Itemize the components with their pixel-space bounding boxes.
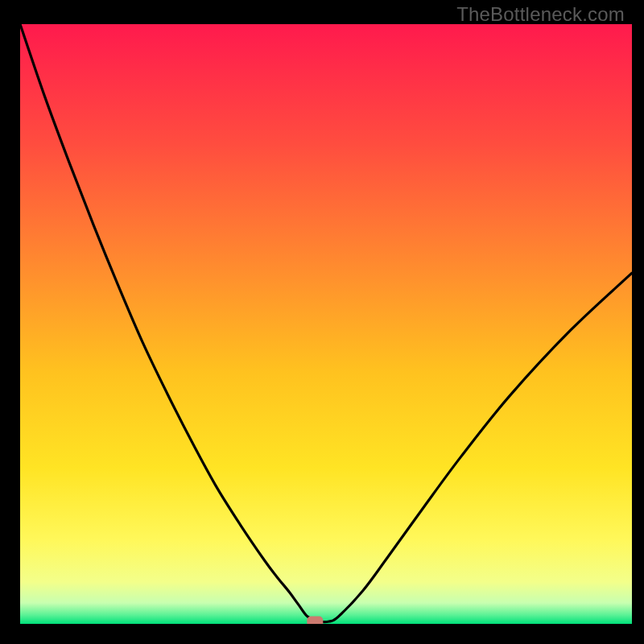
- chart-frame: TheBottleneck.com: [8, 0, 636, 636]
- optimum-marker: [307, 617, 323, 624]
- gradient-background: [20, 24, 632, 624]
- watermark-text: TheBottleneck.com: [456, 3, 625, 26]
- chart-plot: [20, 24, 632, 624]
